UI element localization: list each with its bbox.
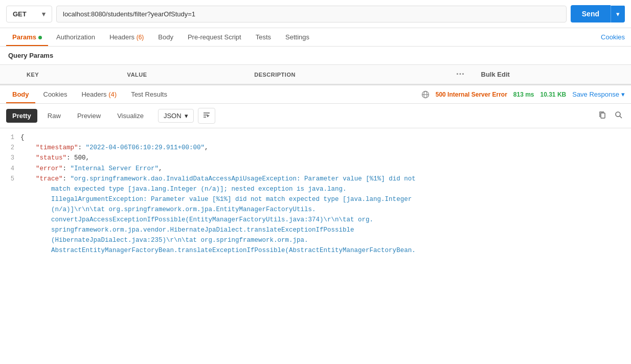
status-code: 500 Internal Server Error	[436, 91, 507, 98]
copy-icon	[598, 111, 606, 119]
description-col-header: DESCRIPTION	[246, 65, 448, 84]
resp-tab-headers[interactable]: Headers (4)	[75, 85, 123, 103]
key-col-header: KEY	[18, 65, 119, 84]
response-time: 813 ms	[513, 91, 534, 98]
svg-line-5	[620, 116, 622, 118]
method-chevron-icon: ▾	[42, 10, 46, 18]
tab-tests[interactable]: Tests	[250, 28, 277, 46]
tab-headers[interactable]: Headers (6)	[103, 28, 150, 46]
query-params-header: Query Params	[0, 47, 631, 65]
viewer-toolbar: Pretty Raw Preview Visualize JSON ▾	[0, 104, 631, 128]
value-col-header: VALUE	[119, 65, 246, 84]
resp-tab-cookies[interactable]: Cookies	[37, 85, 74, 103]
tab-pre-request-script[interactable]: Pre-request Script	[182, 28, 247, 46]
wrap-button[interactable]	[198, 108, 215, 124]
method-select[interactable]: GET ▾	[6, 6, 52, 22]
code-line-2: 2 "timestamp": "2022-04-06T06:10:29.911+…	[0, 143, 631, 153]
tab-authorization[interactable]: Authorization	[50, 28, 101, 46]
bulk-edit-col-header: Bulk Edit	[473, 65, 632, 84]
send-button[interactable]: Send	[571, 5, 611, 22]
more-options-icon[interactable]: ···	[456, 69, 465, 79]
tab-body[interactable]: Body	[152, 28, 179, 46]
format-tab-visualize[interactable]: Visualize	[111, 109, 150, 123]
svg-point-4	[616, 112, 620, 117]
search-icon	[615, 111, 623, 119]
send-dropdown-button[interactable]: ▾	[611, 6, 625, 22]
code-line-3: 3 "status": 500,	[0, 153, 631, 163]
globe-icon	[421, 90, 430, 99]
send-button-group: Send ▾	[571, 5, 625, 22]
format-tab-preview[interactable]: Preview	[71, 109, 107, 123]
format-chevron-icon: ▾	[185, 112, 188, 120]
response-body-viewer[interactable]: 1 { 2 "timestamp": "2022-04-06T06:10:29.…	[0, 128, 631, 292]
bulk-edit-button[interactable]: Bulk Edit	[481, 71, 510, 78]
save-response-chevron-icon: ▾	[621, 90, 625, 98]
url-input[interactable]	[56, 6, 567, 22]
svg-rect-3	[601, 113, 605, 118]
response-status-bar: 500 Internal Server Error 813 ms 10.31 K…	[421, 90, 625, 99]
params-dot	[38, 36, 42, 39]
response-tabs-bar: Body Cookies Headers (4) Test Results 50…	[0, 84, 631, 104]
format-tab-raw[interactable]: Raw	[41, 109, 67, 123]
response-size: 10.31 KB	[540, 91, 567, 98]
request-tabs-bar: Params Authorization Headers (6) Body Pr…	[0, 28, 631, 47]
code-line-4: 4 "error": "Internal Server Error",	[0, 164, 631, 174]
code-line-1: 1 {	[0, 132, 631, 143]
tab-params[interactable]: Params	[6, 28, 48, 46]
resp-tab-test-results[interactable]: Test Results	[125, 85, 173, 103]
cookies-link[interactable]: Cookies	[601, 28, 625, 46]
save-response-button[interactable]: Save Response ▾	[572, 90, 625, 98]
copy-button[interactable]	[596, 109, 609, 123]
method-value: GET	[13, 10, 27, 18]
wrap-icon	[202, 111, 211, 119]
params-table: KEY VALUE DESCRIPTION ··· Bulk Edit	[0, 65, 631, 84]
code-line-5: 5 "trace": "org.springframework.dao.Inva…	[0, 174, 631, 256]
resp-tab-body[interactable]: Body	[6, 85, 35, 103]
url-bar: GET ▾ Send ▾	[0, 0, 631, 28]
format-type-select[interactable]: JSON ▾	[158, 109, 194, 123]
tab-settings[interactable]: Settings	[279, 28, 316, 46]
format-tab-pretty[interactable]: Pretty	[6, 109, 37, 123]
checkbox-col-header	[0, 65, 18, 84]
actions-col-header: ···	[448, 65, 473, 84]
search-button[interactable]	[613, 109, 625, 123]
